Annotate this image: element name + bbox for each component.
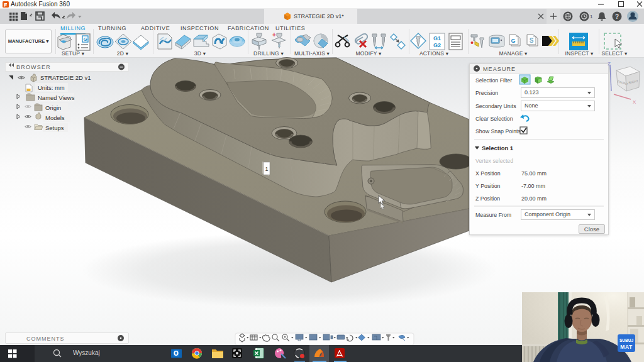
svg-text:Z: Z xyxy=(608,61,611,67)
svg-text:X: X xyxy=(633,99,636,105)
svg-text:Named Views: Named Views xyxy=(38,94,75,101)
svg-text:MAT: MAT xyxy=(620,344,633,350)
svg-text:Models: Models xyxy=(45,114,65,121)
svg-text:SUBUJ: SUBUJ xyxy=(619,338,633,343)
svg-text:COMMENTS: COMMENTS xyxy=(26,336,65,342)
svg-text:Origin: Origin xyxy=(45,104,61,111)
svg-text:STRATEGIE 2D v1: STRATEGIE 2D v1 xyxy=(40,74,91,81)
svg-text:BROWSER: BROWSER xyxy=(16,64,51,70)
svg-text:1: 1 xyxy=(265,166,268,172)
svg-text:Setups: Setups xyxy=(45,124,64,131)
svg-text:Selection 1: Selection 1 xyxy=(482,145,514,151)
svg-text:Units: mm: Units: mm xyxy=(38,84,65,91)
svg-text:MEASURE: MEASURE xyxy=(483,66,516,72)
